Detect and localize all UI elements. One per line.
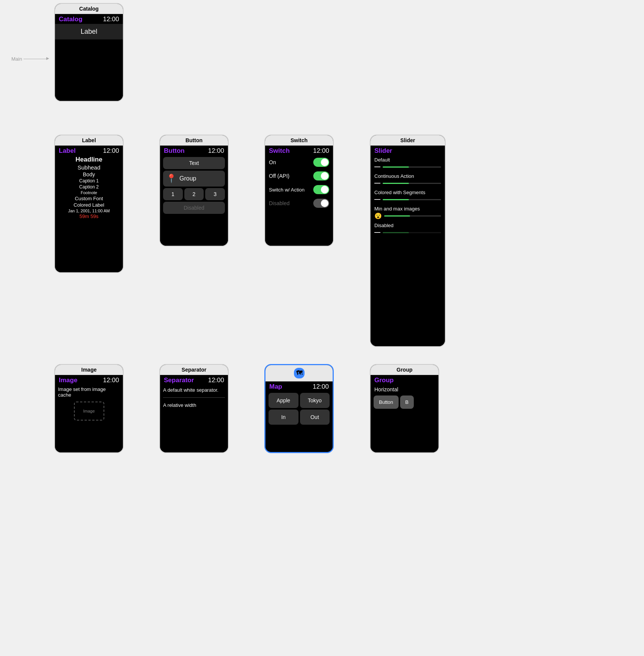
slider-minmax-icon: 😮 bbox=[374, 212, 382, 220]
switch-action-label: Switch w/ Action bbox=[269, 187, 305, 193]
map-title-bar: 🗺 bbox=[265, 365, 333, 381]
slider-default-min: — bbox=[374, 163, 380, 170]
label-headline: Headline bbox=[55, 155, 123, 164]
slider-colored-track[interactable] bbox=[383, 199, 441, 200]
map-btn-apple[interactable]: Apple bbox=[269, 393, 298, 408]
image-app-title: Image bbox=[59, 377, 77, 384]
switch-disabled-label: Disabled bbox=[269, 200, 289, 206]
slider-title-bar: Slider bbox=[371, 135, 445, 146]
label-app-title: Label bbox=[59, 147, 75, 155]
label-watch-frame: Label Label 12:00 Headline Subhead Body … bbox=[54, 135, 124, 273]
separator-line bbox=[163, 397, 225, 398]
label-custom-font: Custom Font bbox=[55, 195, 123, 202]
slider-disabled-min: — bbox=[374, 229, 380, 236]
image-label: Image bbox=[83, 409, 95, 413]
group-title-bar: Group bbox=[371, 365, 438, 375]
switch-title-bar: Switch bbox=[265, 135, 333, 146]
switch-off-row: Off (API) bbox=[265, 169, 333, 183]
label-colored: Colored Label bbox=[55, 202, 123, 208]
slider-disabled-track bbox=[383, 232, 441, 233]
slider-continuous-row: Continuous Action — bbox=[371, 172, 445, 188]
slider-default-track[interactable] bbox=[383, 166, 441, 168]
label-subhead: Subhead bbox=[55, 164, 123, 171]
slider-minmax-row: Min and max images 😮 bbox=[371, 204, 445, 221]
button-num-3[interactable]: 3 bbox=[205, 188, 225, 200]
separator-text1: A default white separator. bbox=[160, 385, 228, 395]
slider-minmax-label: Min and max images bbox=[374, 206, 441, 212]
button-group[interactable]: 📍 Group bbox=[163, 171, 225, 187]
image-placeholder: Image bbox=[74, 402, 104, 421]
button-num-1[interactable]: 1 bbox=[163, 188, 183, 200]
map-grid: Apple Tokyo In Out bbox=[265, 391, 333, 426]
separator-text2: A relative width bbox=[160, 400, 228, 410]
catalog-title-bar: Catalog bbox=[55, 4, 123, 14]
main-arrow-label: Main bbox=[11, 56, 46, 62]
label-caption2: Caption 2 bbox=[55, 184, 123, 190]
separator-time: 12:00 bbox=[208, 377, 224, 384]
button-title-bar: Button bbox=[160, 135, 228, 146]
switch-action-toggle[interactable] bbox=[313, 185, 329, 194]
catalog-app-title: Catalog bbox=[59, 16, 82, 23]
switch-on-toggle[interactable] bbox=[313, 158, 329, 167]
catalog-watch-frame: Catalog Catalog 12:00 Label bbox=[54, 3, 124, 102]
switch-time: 12:00 bbox=[313, 147, 329, 155]
pin-icon: 📍 bbox=[166, 174, 176, 184]
button-app-title: Button bbox=[164, 147, 185, 155]
switch-action-row: Switch w/ Action bbox=[265, 183, 333, 196]
map-time: 12:00 bbox=[313, 383, 329, 391]
switch-on-row: On bbox=[265, 155, 333, 169]
map-icon: 🗺 bbox=[296, 370, 302, 377]
image-time: 12:00 bbox=[103, 377, 119, 384]
map-btn-out[interactable]: Out bbox=[300, 410, 330, 425]
group-btn-button[interactable]: Button bbox=[374, 395, 399, 409]
image-watch-frame: Image Image 12:00 Image set from image c… bbox=[54, 364, 124, 453]
group-horizontal-label: Horizontal bbox=[371, 385, 438, 394]
label-body: Body bbox=[55, 171, 123, 178]
image-title-bar: Image bbox=[55, 365, 123, 375]
button-disabled: Disabled bbox=[163, 202, 225, 214]
separator-app-title: Separator bbox=[164, 377, 194, 384]
switch-app-title: Switch bbox=[269, 147, 290, 155]
label-time-red: 59m 59s bbox=[55, 213, 123, 219]
slider-colored-label: Colored with Segments bbox=[374, 190, 441, 195]
button-num-row: 1 2 3 bbox=[163, 188, 225, 200]
slider-default-row: Default — bbox=[371, 155, 445, 172]
slider-continuous-min: — bbox=[374, 180, 380, 187]
slider-continuous-label: Continuous Action bbox=[374, 173, 441, 179]
map-btn-tokyo[interactable]: Tokyo bbox=[300, 393, 330, 408]
label-title-bar: Label bbox=[55, 135, 123, 146]
button-time: 12:00 bbox=[208, 147, 224, 155]
switch-watch-frame: Switch Switch 12:00 On Off (API) Switch … bbox=[264, 135, 334, 246]
image-text1: Image set from image cache bbox=[55, 385, 123, 399]
switch-disabled-toggle bbox=[313, 199, 329, 208]
group-app-title: Group bbox=[374, 377, 394, 384]
group-btn-b[interactable]: B bbox=[400, 395, 414, 409]
button-watch-frame: Button Button 12:00 Text 📍 Group 1 2 3 D… bbox=[159, 135, 229, 246]
label-caption1: Caption 1 bbox=[55, 178, 123, 184]
separator-title-bar: Separator bbox=[160, 365, 228, 375]
label-footnote: Footnote bbox=[55, 190, 123, 195]
catalog-time: 12:00 bbox=[103, 16, 119, 23]
separator-watch-frame: Separator Separator 12:00 A default whit… bbox=[159, 364, 229, 453]
button-num-2[interactable]: 2 bbox=[184, 188, 204, 200]
label-time: 12:00 bbox=[103, 147, 119, 155]
slider-colored-min: — bbox=[374, 196, 380, 203]
label-date: Jan 1, 2001, 11:00 AM bbox=[55, 208, 123, 213]
switch-off-toggle[interactable] bbox=[313, 171, 329, 180]
map-app-title: Map bbox=[269, 383, 282, 391]
slider-colored-row: Colored with Segments — bbox=[371, 188, 445, 204]
map-btn-in[interactable]: In bbox=[269, 410, 298, 425]
slider-app-title: Slider bbox=[374, 147, 392, 155]
catalog-label-item: Label bbox=[55, 24, 123, 39]
map-watch-frame: 🗺 Map 12:00 Apple Tokyo In Out bbox=[264, 364, 334, 453]
slider-default-label: Default bbox=[374, 157, 441, 163]
slider-watch-frame: Slider Slider Default — Continuous Actio… bbox=[370, 135, 446, 347]
switch-off-label: Off (API) bbox=[269, 173, 289, 179]
switch-disabled-row: Disabled bbox=[265, 196, 333, 210]
slider-minmax-track[interactable] bbox=[384, 215, 441, 217]
group-watch-frame: Group Group Horizontal Button B bbox=[370, 364, 439, 453]
switch-on-label: On bbox=[269, 159, 276, 165]
group-btn-row: Button B bbox=[371, 394, 438, 410]
slider-continuous-track[interactable] bbox=[383, 183, 441, 184]
button-text[interactable]: Text bbox=[163, 157, 225, 169]
